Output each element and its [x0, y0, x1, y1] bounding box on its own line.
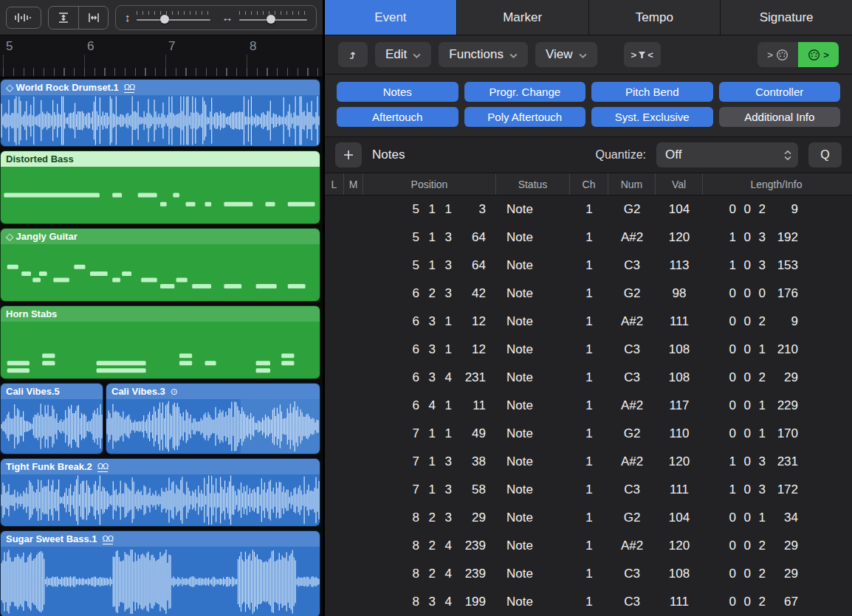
cell-position[interactable]: 824239 [363, 532, 496, 560]
cell-val[interactable]: 110 [656, 420, 703, 448]
event-row[interactable]: 834199Note1C311100267 [325, 588, 852, 616]
region-cali-vibes-3[interactable]: Cali Vibes.3⊙ [106, 383, 320, 454]
cell-length[interactable]: 103231 [703, 448, 850, 476]
cell-position[interactable]: 51364 [363, 252, 496, 280]
cell-val[interactable]: 108 [656, 560, 703, 588]
cell-num[interactable]: C3 [608, 364, 656, 392]
cell-position[interactable]: 62342 [363, 280, 496, 308]
column-header-val[interactable]: Val [656, 173, 703, 195]
event-row[interactable]: 82329Note1G210400134 [325, 504, 852, 532]
event-row[interactable]: 51364Note1C3113103153 [325, 252, 852, 280]
cell-channel[interactable]: 1 [570, 252, 608, 280]
cell-num[interactable]: G2 [608, 504, 656, 532]
tab-signature[interactable]: Signature [721, 0, 852, 35]
event-row[interactable]: 71338Note1A#2120103231 [325, 448, 852, 476]
cell-position[interactable]: 71358 [363, 476, 496, 504]
region-tight-funk-break-2[interactable]: Tight Funk Break.2ΩΩ [0, 458, 320, 527]
event-row[interactable]: 824239Note1A#212000229 [325, 532, 852, 560]
cell-val[interactable]: 111 [656, 476, 703, 504]
slider-thumb[interactable] [160, 15, 169, 24]
cell-channel[interactable]: 1 [570, 504, 608, 532]
event-row[interactable]: 63112Note1A#21110029 [325, 308, 852, 336]
column-header-position[interactable]: Position [363, 173, 496, 195]
horizontal-fit-button[interactable] [78, 7, 108, 29]
cell-channel[interactable]: 1 [570, 308, 608, 336]
filter-syst-exclusive[interactable]: Syst. Exclusive [591, 107, 713, 127]
quantize-apply-button[interactable]: Q [808, 142, 842, 167]
cell-length[interactable]: 00134 [703, 504, 850, 532]
cell-length[interactable]: 103172 [703, 476, 850, 504]
filter-progr-change[interactable]: Progr. Change [464, 82, 586, 102]
add-event-button[interactable] [335, 142, 362, 167]
cell-length[interactable]: 001229 [703, 392, 850, 420]
cell-channel[interactable]: 1 [570, 476, 608, 504]
cell-val[interactable]: 111 [656, 588, 703, 616]
region-world-rock-drumset-1[interactable]: ◇ World Rock Drumset.1ΩΩ [0, 79, 320, 147]
cell-length[interactable]: 0029 [703, 195, 850, 224]
menu-view[interactable]: View [535, 42, 597, 67]
filter-additional-info[interactable]: Additional Info [719, 107, 841, 127]
filter-poly-aftertouch[interactable]: Poly Aftertouch [464, 107, 586, 127]
cell-val[interactable]: 98 [656, 280, 703, 308]
quantize-popup[interactable]: Off [656, 142, 798, 167]
column-header-m[interactable]: M [344, 173, 363, 195]
cell-channel[interactable]: 1 [570, 280, 608, 308]
cell-position[interactable]: 824239 [363, 560, 496, 588]
cell-val[interactable]: 111 [656, 308, 703, 336]
cell-position[interactable]: 834199 [363, 588, 496, 616]
cell-length[interactable]: 103153 [703, 252, 850, 280]
column-header-l[interactable]: L [325, 173, 344, 195]
event-row[interactable]: 71358Note1C3111103172 [325, 476, 852, 504]
filter-controller[interactable]: Controller [719, 82, 841, 102]
midi-out-button[interactable]: > [757, 42, 798, 67]
tab-tempo[interactable]: Tempo [589, 0, 721, 35]
cell-length[interactable]: 00229 [703, 532, 850, 560]
region-sugar-sweet-bass-1[interactable]: Sugar Sweet Bass.1ΩΩ [0, 530, 320, 616]
event-row[interactable]: 5113Note1G21040029 [325, 195, 852, 224]
cell-num[interactable]: C3 [608, 588, 656, 616]
cell-length[interactable]: 000176 [703, 280, 850, 308]
cell-channel[interactable]: 1 [570, 560, 608, 588]
region-distorted-bass[interactable]: Distorted Bass [0, 150, 320, 224]
cell-val[interactable]: 120 [656, 224, 703, 252]
cell-length[interactable]: 103192 [703, 224, 850, 252]
region-jangly-guitar[interactable]: ◇ Jangly Guitar [0, 228, 320, 302]
cell-position[interactable]: 64111 [363, 392, 496, 420]
slider-thumb[interactable] [267, 15, 275, 24]
cell-length[interactable]: 001170 [703, 420, 850, 448]
cell-channel[interactable]: 1 [570, 420, 608, 448]
cell-length[interactable]: 00267 [703, 588, 850, 616]
cell-num[interactable]: G2 [608, 195, 656, 224]
cell-num[interactable]: A#2 [608, 308, 656, 336]
cell-val[interactable]: 120 [656, 532, 703, 560]
filter-aftertouch[interactable]: Aftertouch [337, 107, 458, 127]
cell-num[interactable]: A#2 [608, 532, 656, 560]
tab-marker[interactable]: Marker [457, 0, 589, 35]
waveform-zoom-button[interactable] [6, 7, 41, 29]
bar-ruler[interactable]: 5678 [0, 35, 323, 77]
menu-functions[interactable]: Functions [439, 42, 528, 67]
column-header-num[interactable]: Num [608, 173, 656, 195]
event-row[interactable]: 71149Note1G2110001170 [325, 420, 852, 448]
cell-num[interactable]: C3 [608, 336, 656, 364]
cell-val[interactable]: 104 [656, 504, 703, 532]
cell-channel[interactable]: 1 [570, 392, 608, 420]
event-row[interactable]: 51364Note1A#2120103192 [325, 224, 852, 252]
horizontal-zoom-slider[interactable]: ↔ [222, 11, 308, 24]
cell-num[interactable]: G2 [608, 280, 656, 308]
cell-num[interactable]: A#2 [608, 224, 656, 252]
cell-num[interactable]: C3 [608, 476, 656, 504]
cell-val[interactable]: 117 [656, 392, 703, 420]
cell-channel[interactable]: 1 [570, 532, 608, 560]
cell-num[interactable]: C3 [608, 252, 656, 280]
cell-channel[interactable]: 1 [570, 336, 608, 364]
cell-num[interactable]: A#2 [608, 448, 656, 476]
tab-event[interactable]: Event [325, 0, 457, 35]
cell-channel[interactable]: 1 [570, 588, 608, 616]
cell-position[interactable]: 634231 [363, 364, 496, 392]
cell-channel[interactable]: 1 [570, 448, 608, 476]
column-header-ch[interactable]: Ch [570, 173, 608, 195]
cell-val[interactable]: 104 [656, 195, 703, 224]
event-float-button[interactable]: > < [624, 42, 661, 67]
filter-notes[interactable]: Notes [337, 82, 458, 102]
